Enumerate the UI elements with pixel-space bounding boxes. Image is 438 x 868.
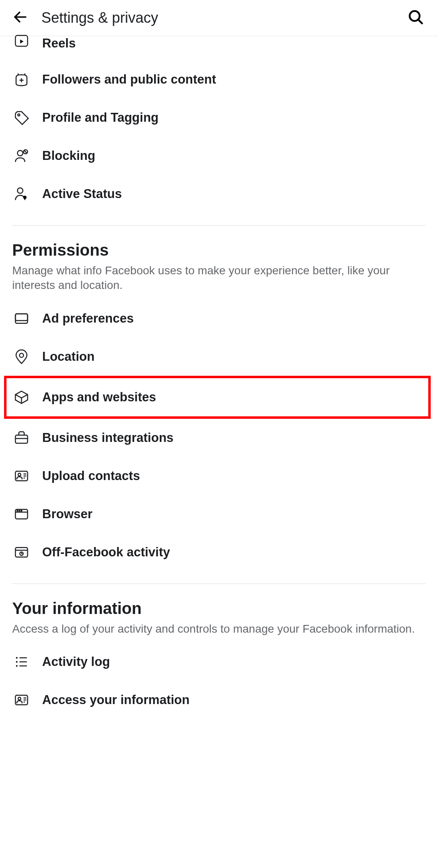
- svg-point-10: [17, 151, 23, 156]
- back-arrow-icon[interactable]: [12, 9, 28, 27]
- settings-item-label: Off-Facebook activity: [42, 545, 170, 560]
- settings-item-label: Active Status: [42, 187, 122, 201]
- highlight-annotation: Apps and websites: [4, 376, 431, 419]
- settings-item-label: Reels: [42, 36, 76, 51]
- section-title: Permissions: [12, 241, 426, 259]
- svg-line-12: [24, 151, 27, 153]
- section-description: Access a log of your activity and contro…: [12, 622, 426, 636]
- section-title: Your information: [12, 599, 426, 618]
- ad-icon: [12, 309, 31, 328]
- svg-point-13: [17, 188, 23, 193]
- settings-item-activity-log[interactable]: Activity log: [12, 643, 426, 681]
- header-title: Settings & privacy: [41, 9, 158, 26]
- settings-item-off-facebook-activity[interactable]: Off-Facebook activity: [12, 533, 426, 571]
- settings-item-label: Upload contacts: [42, 469, 140, 483]
- svg-rect-19: [15, 435, 28, 443]
- active-status-icon: [12, 185, 31, 203]
- svg-point-41: [18, 698, 21, 700]
- svg-rect-15: [15, 314, 28, 323]
- svg-point-29: [19, 510, 20, 511]
- settings-item-browser[interactable]: Browser: [12, 495, 426, 533]
- cube-icon: [12, 388, 31, 407]
- settings-item-upload-contacts[interactable]: Upload contacts: [12, 457, 426, 495]
- section-header-permissions: Permissions Manage what info Facebook us…: [12, 241, 426, 293]
- search-icon[interactable]: [407, 9, 424, 27]
- svg-marker-4: [20, 39, 24, 43]
- settings-item-label: Ad preferences: [42, 311, 134, 326]
- settings-item-label: Apps and websites: [42, 390, 156, 405]
- section-header-your-information: Your information Access a log of your ac…: [12, 599, 426, 636]
- settings-item-business-integrations[interactable]: Business integrations: [12, 419, 426, 457]
- settings-item-location[interactable]: Location: [12, 338, 426, 376]
- settings-item-profile-tagging[interactable]: Profile and Tagging: [12, 99, 426, 137]
- settings-item-followers[interactable]: Followers and public content: [12, 60, 426, 99]
- tag-icon: [12, 108, 31, 127]
- section-divider: [12, 584, 426, 584]
- briefcase-icon: [12, 429, 31, 447]
- settings-item-label: Browser: [42, 507, 92, 521]
- section-description: Manage what info Facebook uses to make y…: [12, 263, 426, 293]
- svg-point-30: [21, 510, 22, 511]
- section-divider: [12, 225, 426, 226]
- header-bar: Settings & privacy: [0, 0, 438, 36]
- settings-item-apps-websites[interactable]: Apps and websites: [12, 378, 426, 416]
- settings-item-label: Location: [42, 349, 94, 364]
- settings-item-reels[interactable]: Reels: [12, 36, 426, 60]
- svg-point-36: [16, 661, 17, 663]
- activity-icon: [12, 543, 31, 562]
- settings-item-label: Activity log: [42, 655, 110, 669]
- svg-point-17: [19, 353, 24, 357]
- reels-icon: [12, 31, 31, 50]
- settings-item-label: Followers and public content: [42, 72, 216, 87]
- settings-item-label: Business integrations: [42, 431, 174, 445]
- svg-point-28: [17, 510, 18, 511]
- settings-item-label: Profile and Tagging: [42, 110, 159, 125]
- svg-point-14: [23, 196, 26, 199]
- settings-item-label: Access your information: [42, 693, 189, 707]
- svg-point-9: [18, 114, 20, 116]
- list-icon: [12, 653, 31, 671]
- browser-icon: [12, 505, 31, 523]
- settings-item-ad-preferences[interactable]: Ad preferences: [12, 299, 426, 338]
- svg-rect-16: [15, 314, 28, 321]
- svg-point-34: [16, 657, 17, 659]
- settings-item-blocking[interactable]: Blocking: [12, 137, 426, 175]
- location-icon: [12, 347, 31, 366]
- svg-point-38: [16, 665, 17, 667]
- id-card-icon: [12, 691, 31, 709]
- settings-item-active-status[interactable]: Active Status: [12, 175, 426, 213]
- settings-item-access-information[interactable]: Access your information: [12, 681, 426, 719]
- contacts-icon: [12, 467, 31, 485]
- svg-point-22: [18, 473, 21, 476]
- svg-line-2: [419, 20, 422, 24]
- blocking-icon: [12, 146, 31, 165]
- settings-item-label: Blocking: [42, 149, 95, 163]
- followers-icon: [12, 70, 31, 89]
